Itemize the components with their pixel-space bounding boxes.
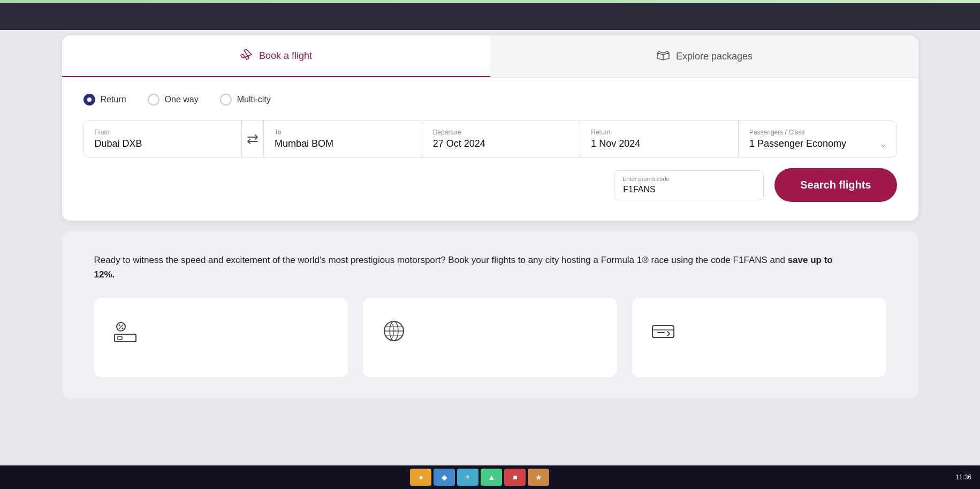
passengers-value: 1 Passenger Economy: [749, 138, 846, 149]
packages-icon: [656, 49, 671, 64]
departure-label: Departure: [433, 129, 569, 136]
from-value: Dubai DXB: [95, 138, 231, 149]
radio-multi-city-label: Multi-city: [237, 95, 271, 104]
svg-point-4: [118, 325, 120, 326]
tab-book-flight-label: Book a flight: [259, 50, 312, 62]
svg-rect-11: [652, 326, 674, 337]
to-value: Mumbai BOM: [275, 138, 411, 149]
passengers-label: Passengers / Class: [749, 129, 886, 136]
return-label: Return: [591, 129, 727, 136]
taskbar-icon-6[interactable]: ★: [528, 469, 549, 486]
taskbar: ● ◆ ✈ ▲ ■ ★ 11:36: [0, 465, 980, 489]
ticket-icon: [649, 317, 677, 350]
info-cards-row: [94, 298, 886, 377]
radio-return-label: Return: [101, 95, 126, 104]
search-flights-button[interactable]: Search flights: [774, 168, 897, 202]
trip-type-row: Return One way Multi-city: [83, 94, 897, 106]
departure-field[interactable]: Departure 27 Oct 2024: [422, 121, 581, 157]
promo-input[interactable]: [614, 170, 764, 200]
info-card-ticket: [632, 298, 886, 377]
radio-return[interactable]: Return: [83, 94, 126, 106]
radio-multi-city[interactable]: Multi-city: [220, 94, 271, 106]
from-field[interactable]: From Dubai DXB: [84, 121, 242, 157]
promo-input-wrap: Enter promo code: [614, 170, 764, 200]
passengers-field[interactable]: Passengers / Class 1 Passenger Economy ⌵: [739, 121, 897, 157]
radio-one-way-label: One way: [165, 95, 199, 104]
booking-tabs: Book a flight Explore packages: [62, 35, 918, 78]
action-row: Enter promo code Search flights: [83, 168, 897, 202]
taskbar-icon-3[interactable]: ✈: [457, 469, 478, 486]
booking-body: Return One way Multi-city From Dubai DXB: [62, 78, 918, 221]
from-label: From: [95, 129, 231, 136]
tab-book-flight[interactable]: Book a flight: [62, 35, 490, 77]
taskbar-icon-4[interactable]: ▲: [481, 469, 502, 486]
radio-circle-multi-city: [220, 94, 232, 106]
taskbar-time: 11:36: [955, 473, 971, 481]
radio-circle-return: [83, 94, 95, 106]
promo-description: Ready to witness the speed and excitemen…: [94, 253, 844, 282]
passengers-value-row: 1 Passenger Economy ⌵: [749, 138, 886, 149]
search-flights-label: Search flights: [800, 179, 871, 191]
tab-explore-packages[interactable]: Explore packages: [490, 35, 918, 77]
return-value: 1 Nov 2024: [591, 138, 727, 149]
dark-header: [0, 3, 980, 30]
info-card-globe: [363, 298, 617, 377]
lower-section: Ready to witness the speed and excitemen…: [62, 231, 918, 398]
tab-explore-packages-label: Explore packages: [676, 51, 753, 62]
radio-circle-one-way: [148, 94, 159, 106]
svg-point-5: [121, 328, 123, 329]
booking-card: Book a flight Explore packages Return: [62, 35, 918, 221]
taskbar-app-icons: ● ◆ ✈ ▲ ■ ★: [9, 469, 951, 486]
taskbar-icon-2[interactable]: ◆: [434, 469, 455, 486]
return-field[interactable]: Return 1 Nov 2024: [580, 121, 739, 157]
promo-label: Enter promo code: [622, 176, 669, 182]
swap-button[interactable]: [242, 121, 264, 157]
departure-value: 27 Oct 2024: [433, 138, 569, 149]
fields-row: From Dubai DXB To Mumbai BOM: [83, 121, 897, 157]
svg-rect-1: [118, 336, 122, 340]
discount-icon: [111, 317, 139, 350]
globe-icon: [380, 317, 408, 350]
plane-icon: [240, 48, 254, 63]
to-label: To: [275, 129, 411, 136]
chevron-down-icon: ⌵: [881, 140, 885, 148]
radio-one-way[interactable]: One way: [148, 94, 199, 106]
taskbar-icon-5[interactable]: ■: [504, 469, 526, 486]
info-card-discount: [94, 298, 348, 377]
to-field[interactable]: To Mumbai BOM: [264, 121, 422, 157]
taskbar-icon-1[interactable]: ●: [410, 469, 431, 486]
promo-text-part1: Ready to witness the speed and excitemen…: [94, 255, 788, 265]
